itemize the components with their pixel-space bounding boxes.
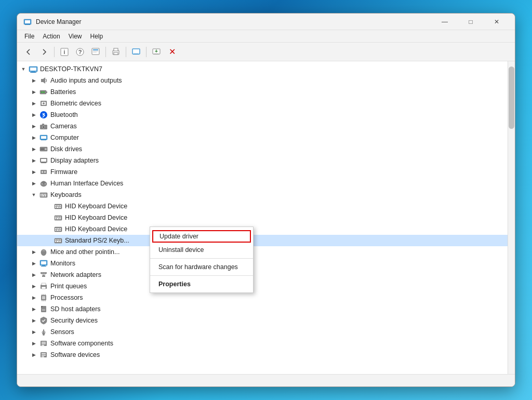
- help-button[interactable]: ?: [73, 45, 87, 59]
- tree-item-security[interactable]: ▶ Security devices: [17, 315, 508, 326]
- cameras-toggle[interactable]: ▶: [30, 122, 38, 130]
- softwarecomponents-label: Software components: [50, 340, 113, 347]
- tree-item-display[interactable]: ▶ Display adapters: [17, 155, 508, 166]
- ctx-uninstall-device[interactable]: Uninstall device: [150, 244, 253, 256]
- back-button[interactable]: [21, 45, 36, 59]
- audio-toggle[interactable]: ▶: [30, 76, 38, 85]
- svg-rect-84: [55, 228, 56, 229]
- batteries-toggle[interactable]: ▶: [30, 88, 38, 96]
- menu-file[interactable]: File: [20, 32, 38, 41]
- svg-rect-70: [58, 205, 59, 206]
- hid-toggle[interactable]: ▶: [30, 179, 38, 188]
- monitors-icon: [39, 259, 48, 268]
- root-toggle[interactable]: ▼: [19, 65, 28, 73]
- close-button[interactable]: ✕: [485, 14, 509, 30]
- tree-item-keyboards[interactable]: ▼ Keyboards: [17, 189, 508, 201]
- security-toggle[interactable]: ▶: [30, 316, 38, 325]
- network-toggle[interactable]: ▶: [30, 271, 38, 279]
- add-button[interactable]: +: [149, 45, 164, 59]
- svg-rect-108: [45, 272, 47, 274]
- remove-button[interactable]: ✕: [165, 45, 179, 59]
- display-toggle[interactable]: ▶: [30, 156, 38, 165]
- diskdrives-toggle[interactable]: ▶: [30, 145, 38, 153]
- menu-view[interactable]: View: [64, 32, 86, 41]
- svg-rect-48: [41, 159, 46, 162]
- menu-bar: File Action View Help: [17, 30, 515, 43]
- hid1-icon: [54, 202, 63, 211]
- tree-item-computer[interactable]: ▶ Computer: [17, 132, 508, 143]
- keyboards-toggle[interactable]: ▼: [30, 191, 38, 199]
- tree-item-sdhost[interactable]: ▶ SD host adapters: [17, 303, 508, 315]
- tree-root[interactable]: ▼ DESKTOP-TKTKVN7: [17, 63, 508, 75]
- sdhost-toggle[interactable]: ▶: [30, 305, 38, 313]
- tree-item-hid3[interactable]: ▶ HID Keyboard Device: [17, 223, 508, 235]
- tree-item-mice[interactable]: ▶ Mice and other pointin...: [17, 246, 508, 258]
- sdhost-icon: [39, 304, 48, 314]
- print-toggle[interactable]: ▶: [30, 282, 38, 290]
- svg-rect-43: [41, 140, 46, 140]
- ctx-update-driver[interactable]: Update driver: [152, 230, 251, 243]
- sensors-toggle[interactable]: ▶: [30, 328, 38, 336]
- svg-point-38: [43, 126, 45, 128]
- forward-button[interactable]: [37, 45, 51, 59]
- tree-item-bluetooth[interactable]: ▶ Bluetooth: [17, 109, 508, 121]
- svg-rect-92: [55, 239, 56, 241]
- tree-item-hid1[interactable]: ▶ HID Keyboard Device: [17, 201, 508, 212]
- scrollbar[interactable]: [508, 61, 515, 374]
- svg-point-34: [43, 102, 45, 104]
- minimize-button[interactable]: —: [433, 14, 457, 30]
- tree-item-hid[interactable]: ▶ Human Interface Devices: [17, 178, 508, 189]
- tree-item-sensors[interactable]: ▶ Sensors: [17, 326, 508, 338]
- monitors-label: Monitors: [50, 260, 75, 267]
- tree-item-audio[interactable]: ▶ Audio inputs and outputs: [17, 75, 508, 86]
- mice-toggle[interactable]: ▶: [30, 248, 38, 256]
- bluetooth-toggle[interactable]: ▶: [30, 111, 38, 119]
- display-label: Display adapters: [50, 157, 99, 164]
- properties-button[interactable]: i: [57, 45, 72, 59]
- device-tree[interactable]: ▼ DESKTOP-TKTKVN7 ▶: [17, 61, 508, 374]
- maximize-button[interactable]: □: [459, 14, 483, 30]
- tree-item-monitors[interactable]: ▶ Monitors: [17, 258, 508, 269]
- tree-item-biometric[interactable]: ▶ Biometric devices: [17, 98, 508, 109]
- sensors-label: Sensors: [50, 328, 74, 336]
- svg-rect-98: [59, 241, 61, 242]
- tree-item-diskdrives[interactable]: ▶ Disk drives: [17, 143, 508, 155]
- svg-rect-117: [42, 296, 45, 299]
- tree-item-softwarecomponents[interactable]: ▶ Software components: [17, 338, 508, 349]
- tree-item-hid2[interactable]: ▶ HID Keyboard Device: [17, 212, 508, 223]
- processors-toggle[interactable]: ▶: [30, 294, 38, 302]
- tree-item-cameras[interactable]: ▶ Cameras: [17, 121, 508, 132]
- print-button[interactable]: [109, 45, 123, 59]
- computer-toggle[interactable]: ▶: [30, 134, 38, 142]
- tree-item-softwaredevices[interactable]: ▶ Software devices: [17, 349, 508, 361]
- biometric-toggle[interactable]: ▶: [30, 99, 38, 108]
- display-button[interactable]: [129, 45, 143, 59]
- svg-rect-1: [25, 20, 30, 23]
- svg-point-57: [45, 183, 46, 184]
- tree-item-processors[interactable]: ▶ Processors: [17, 292, 508, 303]
- menu-action[interactable]: Action: [38, 32, 64, 41]
- firmware-toggle[interactable]: ▶: [30, 168, 38, 176]
- monitors-toggle[interactable]: ▶: [30, 259, 38, 268]
- standardps2-icon: [54, 236, 63, 245]
- svg-rect-13: [114, 48, 118, 51]
- svg-rect-132: [42, 342, 46, 343]
- tree-item-print[interactable]: ▶ Print queues: [17, 281, 508, 292]
- svg-rect-24: [30, 68, 36, 71]
- mice-label: Mice and other pointin...: [50, 248, 119, 256]
- tree-item-batteries[interactable]: ▶ Batteries: [17, 86, 508, 98]
- ctx-properties[interactable]: Properties: [150, 278, 253, 290]
- hid-icon: [39, 179, 48, 188]
- softwarecomponents-toggle[interactable]: ▶: [30, 339, 38, 348]
- scan-button[interactable]: [88, 45, 103, 59]
- tree-item-network[interactable]: ▶ Network adapters: [17, 269, 508, 281]
- tree-item-standardps2[interactable]: ▶ Standard PS/2 Keyb...: [17, 235, 508, 246]
- svg-rect-109: [42, 275, 45, 277]
- softwaredevices-toggle[interactable]: ▶: [30, 351, 38, 359]
- svg-rect-95: [60, 239, 61, 241]
- ctx-scan-hardware[interactable]: Scan for hardware changes: [150, 261, 253, 273]
- keyboards-icon: [39, 190, 48, 199]
- menu-help[interactable]: Help: [86, 32, 108, 41]
- scrollbar-thumb[interactable]: [509, 66, 514, 129]
- tree-item-firmware[interactable]: ▶ Firmware: [17, 166, 508, 178]
